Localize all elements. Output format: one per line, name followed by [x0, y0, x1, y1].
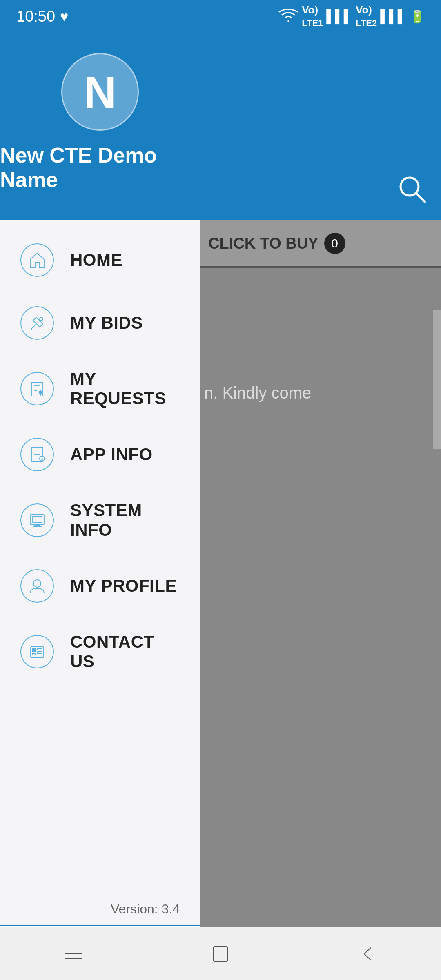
my-requests-icon-circle [20, 372, 54, 405]
bottom-nav-back[interactable] [343, 940, 392, 968]
signal-bars1: ▌▌▌ [326, 9, 352, 23]
scrollbar[interactable] [433, 286, 441, 449]
main-background: CLICK TO BUY 0 n. Kindly come [196, 0, 441, 980]
navigation-drawer: N New CTE Demo Name HOME MY BIDS [0, 0, 200, 980]
svg-point-2 [40, 317, 43, 321]
contact-us-icon-circle [20, 635, 54, 668]
sidebar-item-system-info-label: SYSTEM INFO [70, 501, 180, 540]
sidebar-item-contact-us-label: CONTACT US [70, 632, 180, 671]
nav-list: HOME MY BIDS [0, 220, 200, 893]
bottom-nav-home[interactable] [196, 940, 245, 968]
heart-icon: ♥ [60, 9, 68, 24]
svg-point-26 [34, 650, 36, 652]
sidebar-item-app-info-label: APP INFO [70, 445, 153, 464]
status-icons: Vo)LTE1 ▌▌▌ Vo)LTE2 ▌▌▌ 🔋 [278, 4, 425, 29]
version-text: Version: 3.4 [111, 902, 180, 916]
time-display: 10:50 [16, 8, 55, 25]
sidebar-item-my-bids[interactable]: MY BIDS [0, 292, 200, 354]
svg-point-23 [33, 649, 34, 650]
wifi-icon [278, 8, 298, 25]
my-bids-icon-circle [20, 306, 54, 340]
svg-rect-16 [32, 517, 42, 522]
my-profile-icon-circle [20, 569, 54, 603]
svg-point-24 [34, 649, 36, 650]
sidebar-item-app-info[interactable]: i APP INFO [0, 423, 200, 486]
click-to-buy-label[interactable]: CLICK TO BUY [208, 235, 318, 252]
sidebar-item-my-requests-label: MY REQUESTS [70, 369, 180, 408]
svg-point-0 [401, 178, 419, 196]
status-time-group: 10:50 ♥ [16, 8, 68, 25]
main-header [196, 0, 441, 220]
user-name: New CTE Demo Name [0, 143, 200, 192]
sidebar-item-home[interactable]: HOME [0, 229, 200, 292]
sidebar-item-home-label: HOME [70, 250, 122, 270]
home-icon-circle [20, 243, 54, 277]
status-bar: 10:50 ♥ Vo)LTE1 ▌▌▌ Vo)LTE2 ▌▌▌ 🔋 [0, 0, 441, 33]
version-display: Version: 3.4 [0, 893, 200, 925]
sidebar-item-system-info[interactable]: SYSTEM INFO [0, 486, 200, 555]
svg-rect-21 [37, 648, 42, 650]
svg-point-25 [33, 650, 34, 652]
svg-rect-32 [213, 947, 228, 961]
avatar-letter: N [84, 66, 116, 118]
svg-text:i: i [42, 457, 42, 461]
kindly-text: n. Kindly come [204, 384, 311, 402]
bottom-navigation [0, 927, 441, 980]
svg-line-1 [416, 194, 425, 203]
system-info-icon-circle [20, 503, 54, 537]
svg-rect-22 [37, 652, 42, 653]
signal-bars2: ▌▌▌ [380, 9, 406, 23]
app-info-icon-circle: i [20, 438, 54, 471]
sidebar-item-my-profile[interactable]: MY PROFILE [0, 555, 200, 617]
search-icon[interactable] [396, 173, 429, 212]
sidebar-item-contact-us[interactable]: CONTACT US [0, 617, 200, 686]
signal-lte1: Vo)LTE1 [302, 4, 323, 29]
sidebar-item-my-bids-label: MY BIDS [70, 313, 143, 333]
svg-rect-20 [32, 653, 36, 655]
cart-badge: 0 [324, 233, 345, 254]
drawer-header: N New CTE Demo Name [0, 0, 200, 220]
avatar: N [61, 53, 139, 131]
svg-point-17 [33, 580, 41, 587]
signal-lte2: Vo)LTE2 [356, 4, 377, 29]
bottom-nav-menu[interactable] [49, 940, 98, 968]
sidebar-item-my-profile-label: MY PROFILE [70, 576, 177, 596]
battery-icon: 🔋 [410, 9, 425, 24]
sidebar-item-my-requests[interactable]: MY REQUESTS [0, 354, 200, 423]
